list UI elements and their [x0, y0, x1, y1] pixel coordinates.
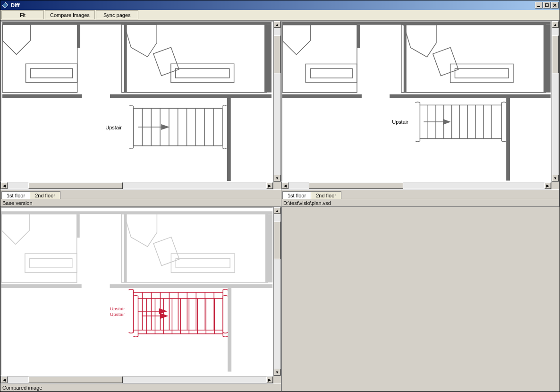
scroll-right-arrow[interactable]: ▶ [266, 376, 273, 383]
tab-2nd-floor[interactable]: 2nd floor [311, 191, 341, 199]
vscroll[interactable]: ▲ ▼ [552, 21, 559, 182]
split-grid: Upstair ▲ ▼ ◀ ▶ 1st floor 2nd [0, 20, 560, 392]
hscroll[interactable]: ◀ ▶ [281, 182, 552, 189]
scroll-corner [273, 376, 281, 383]
svg-rect-59 [25, 254, 77, 273]
svg-rect-40 [455, 68, 509, 78]
svg-rect-69 [110, 284, 272, 288]
svg-rect-39 [450, 64, 513, 83]
svg-marker-0 [2, 2, 8, 8]
vscroll-thumb[interactable] [552, 35, 559, 73]
scroll-corner [273, 182, 281, 189]
toolbar: Fit Compare images Sync pages [0, 10, 560, 20]
svg-rect-43 [390, 94, 551, 98]
vscroll-thumb[interactable] [274, 222, 280, 259]
svg-rect-61 [77, 214, 80, 238]
svg-rect-67 [265, 214, 272, 282]
hscroll-thumb[interactable] [28, 376, 123, 383]
svg-rect-70 [228, 288, 231, 372]
scroll-down-arrow[interactable]: ▼ [552, 175, 559, 181]
svg-rect-11 [124, 25, 127, 93]
pane-bottom-left: Upstair Upstair ▲ ▼ ◀ ▶ Compared i [0, 207, 281, 392]
svg-rect-16 [2, 94, 82, 98]
window-controls [535, 2, 559, 9]
svg-rect-12 [153, 47, 179, 76]
tab-2nd-floor[interactable]: 2nd floor [30, 191, 60, 199]
svg-rect-18 [227, 98, 231, 181]
svg-rect-66 [176, 258, 230, 268]
svg-rect-7 [26, 64, 77, 83]
hscroll-thumb[interactable] [28, 182, 123, 189]
stair-label-2: Upstair [110, 312, 125, 317]
svg-rect-33 [305, 64, 357, 83]
floorplan-base: Upstair [1, 22, 272, 181]
canvas-compared[interactable]: Upstair [281, 21, 552, 182]
canvas-base[interactable]: Upstair [0, 21, 273, 182]
svg-rect-17 [110, 94, 272, 98]
svg-rect-64 [153, 237, 179, 266]
tab-1st-floor[interactable]: 1st floor [282, 191, 311, 199]
svg-marker-82 [159, 309, 166, 314]
status-bar: Compared image [0, 383, 281, 391]
vscroll-thumb[interactable] [274, 35, 280, 73]
canvas-diff[interactable]: Upstair Upstair [0, 207, 273, 376]
scroll-up-arrow[interactable]: ▲ [274, 21, 280, 28]
scroll-left-arrow[interactable]: ◀ [282, 182, 288, 189]
svg-rect-34 [310, 68, 352, 78]
window-title: Diff [11, 2, 535, 8]
app-icon [1, 1, 9, 9]
floorplan-compared: Upstair [282, 22, 551, 181]
status-bar: Base version [0, 199, 281, 206]
vscroll[interactable]: ▲ ▼ [273, 207, 281, 376]
titlebar: Diff [0, 0, 560, 10]
svg-rect-57 [1, 211, 272, 214]
svg-rect-13 [171, 64, 234, 83]
svg-rect-37 [404, 25, 407, 92]
tab-strip: 1st floor 2nd floor [0, 189, 281, 199]
status-bar: D:\test\visio\plan.vsd [281, 199, 559, 206]
pane-top-left: Upstair ▲ ▼ ◀ ▶ 1st floor 2nd [0, 21, 281, 207]
scroll-corner [552, 182, 559, 189]
stair-label: Upstair [392, 119, 408, 125]
scroll-up-arrow[interactable]: ▲ [552, 21, 559, 28]
svg-rect-2 [545, 4, 548, 7]
svg-rect-63 [124, 214, 127, 282]
app-window: Diff Fit Compare images Sync pages [0, 0, 560, 392]
hscroll-thumb[interactable] [309, 182, 403, 189]
svg-marker-56 [443, 119, 450, 124]
svg-marker-30 [161, 125, 169, 129]
svg-rect-15 [264, 25, 272, 93]
svg-rect-14 [176, 68, 229, 78]
svg-rect-68 [1, 284, 82, 288]
stair-label: Upstair [105, 125, 122, 130]
svg-rect-42 [282, 94, 362, 98]
hscroll[interactable]: ◀ ▶ [0, 376, 273, 383]
scroll-right-arrow[interactable]: ▶ [544, 182, 551, 189]
scroll-left-arrow[interactable]: ◀ [1, 182, 8, 189]
close-button[interactable] [551, 2, 559, 9]
tab-1st-floor[interactable]: 1st floor [1, 191, 30, 199]
sync-pages-button[interactable]: Sync pages [96, 10, 138, 19]
pane-top-right: Upstair ▲ ▼ ◀ ▶ 1st floor 2nd [281, 21, 560, 207]
floorplan-diff: Upstair Upstair [1, 208, 272, 375]
minimize-button[interactable] [535, 2, 543, 9]
svg-rect-1 [537, 6, 540, 7]
svg-rect-35 [357, 25, 360, 48]
stair-label-1: Upstair [110, 306, 125, 311]
pane-bottom-right [281, 207, 560, 392]
maximize-button[interactable] [543, 2, 551, 9]
svg-rect-31 [282, 22, 551, 25]
scroll-down-arrow[interactable]: ▼ [274, 175, 280, 181]
scroll-right-arrow[interactable]: ▶ [266, 182, 273, 189]
svg-rect-60 [30, 258, 72, 268]
scroll-left-arrow[interactable]: ◀ [1, 376, 8, 383]
vscroll[interactable]: ▲ ▼ [273, 21, 281, 182]
scroll-down-arrow[interactable]: ▼ [274, 369, 280, 375]
svg-rect-44 [506, 98, 510, 181]
svg-rect-5 [2, 22, 272, 25]
fit-button[interactable]: Fit [1, 10, 44, 19]
svg-rect-65 [171, 254, 235, 273]
scroll-up-arrow[interactable]: ▲ [274, 207, 280, 214]
compare-images-button[interactable]: Compare images [45, 10, 95, 19]
hscroll[interactable]: ◀ ▶ [0, 182, 273, 189]
